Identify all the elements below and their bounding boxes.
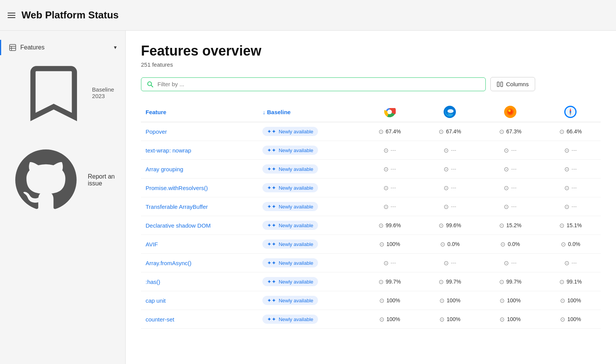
newly-label: Newly available — [279, 279, 313, 285]
table-row: cap unit ✦✦ Newly available ⊙ 100% ⊙ 100… — [141, 291, 601, 310]
baseline-status: ✦✦ Newly available — [258, 291, 359, 310]
features-table: Feature ↓Baseline — [141, 102, 601, 329]
safari-value: ⊙ 100% — [541, 291, 601, 310]
browser-value: 99.6% — [446, 222, 461, 228]
search-icon — [147, 81, 154, 88]
feature-name[interactable]: Transferable ArrayBuffer — [141, 197, 258, 216]
check-icon: ⊙ — [439, 278, 444, 285]
feature-link[interactable]: Promise.withResolvers() — [146, 185, 208, 191]
feature-name[interactable]: Declarative shadow DOM — [141, 216, 258, 235]
browser-value: 67.4% — [446, 128, 461, 134]
check-icon: ⊙ — [439, 222, 444, 229]
check-icon: ⊙ — [378, 128, 383, 135]
feature-link[interactable]: Array grouping — [146, 166, 183, 172]
table-row: Promise.withResolvers() ✦✦ Newly availab… — [141, 179, 601, 197]
newly-badge: ✦✦ Newly available — [262, 239, 318, 249]
browser-value: 66.4% — [567, 128, 582, 134]
github-icon — [8, 142, 84, 218]
check-icon: ⊙ — [559, 128, 564, 135]
sidebar-report-issue[interactable]: Report an issue — [0, 138, 125, 222]
sidebar-item-baseline[interactable]: Baseline 2023 — [0, 55, 125, 130]
newly-label: Newly available — [279, 241, 313, 247]
check-icon: ⊙ — [559, 278, 564, 285]
col-header-firefox — [480, 102, 540, 122]
feature-name[interactable]: text-wrap: nowrap — [141, 141, 258, 160]
feature-link[interactable]: cap unit — [146, 297, 166, 304]
feature-name[interactable]: cap unit — [141, 291, 258, 310]
check-icon: ⊙ — [378, 222, 383, 229]
page-title: Features overview — [141, 43, 601, 59]
safari-value: ⊙ --- — [541, 141, 601, 160]
feature-link[interactable]: Popover — [146, 128, 167, 135]
sparkle-icon: ✦✦ — [267, 147, 276, 153]
firefox-value: ⊙ --- — [480, 254, 540, 272]
check-icon: ⊙ — [560, 316, 565, 323]
browser-value: 100% — [567, 297, 581, 303]
baseline-status: ✦✦ Newly available — [258, 122, 359, 141]
browser-value: 100% — [387, 241, 400, 247]
feature-name[interactable]: Popover — [141, 122, 258, 141]
feature-name[interactable]: Array grouping — [141, 160, 258, 179]
svg-rect-6 — [497, 82, 499, 87]
svg-point-12 — [447, 109, 454, 113]
browser-value: --- — [451, 203, 456, 210]
newly-badge: ✦✦ Newly available — [262, 164, 318, 174]
browser-value: 99.6% — [386, 222, 401, 228]
browser-value: --- — [451, 185, 456, 191]
check-icon: ⊙ — [499, 128, 504, 135]
columns-icon — [497, 81, 503, 87]
newly-badge: ✦✦ Newly available — [262, 183, 318, 192]
col-header-baseline[interactable]: ↓Baseline — [258, 102, 359, 122]
browser-value: 0.0% — [508, 241, 520, 247]
safari-value: ⊙ --- — [541, 179, 601, 197]
menu-icon[interactable] — [8, 13, 15, 18]
edge-value: ⊙ --- — [420, 197, 480, 216]
check-icon: ⊙ — [504, 259, 509, 267]
feature-count: 251 features — [141, 61, 601, 68]
edge-value: ⊙ 99.6% — [420, 216, 480, 235]
feature-name[interactable]: AVIF — [141, 235, 258, 254]
feature-link[interactable]: counter-set — [146, 316, 174, 323]
col-header-feature[interactable]: Feature — [141, 102, 258, 122]
columns-button[interactable]: Columns — [490, 77, 535, 91]
feature-name[interactable]: counter-set — [141, 310, 258, 329]
browser-value: --- — [511, 203, 516, 210]
feature-link[interactable]: Transferable ArrayBuffer — [146, 203, 208, 210]
feature-name[interactable]: Array.fromAsync() — [141, 254, 258, 272]
check-icon: ⊙ — [500, 241, 505, 248]
browser-value: --- — [572, 203, 577, 210]
feature-link[interactable]: text-wrap: nowrap — [146, 147, 191, 154]
edge-value: ⊙ --- — [420, 254, 480, 272]
baseline-status: ✦✦ Newly available — [258, 310, 359, 329]
feature-link[interactable]: Declarative shadow DOM — [146, 222, 211, 229]
firefox-value: ⊙ --- — [480, 160, 540, 179]
edge-value: ⊙ 67.4% — [420, 122, 480, 141]
check-icon: ⊙ — [439, 316, 444, 323]
check-icon: ⊙ — [383, 147, 388, 154]
feature-link[interactable]: AVIF — [146, 241, 158, 248]
filter-input-wrap — [141, 77, 486, 91]
sidebar-item-features[interactable]: Features ▼ — [0, 40, 125, 55]
table-row: Array grouping ✦✦ Newly available ⊙ --- … — [141, 160, 601, 179]
feature-link[interactable]: :has() — [146, 279, 160, 285]
check-icon: ⊙ — [504, 203, 509, 210]
filter-input[interactable] — [157, 81, 480, 87]
sparkle-icon: ✦✦ — [267, 166, 276, 172]
check-icon: ⊙ — [444, 166, 449, 173]
edge-value: ⊙ --- — [420, 179, 480, 197]
check-icon: ⊙ — [564, 184, 569, 192]
feature-name[interactable]: :has() — [141, 272, 258, 291]
svg-rect-0 — [10, 44, 16, 51]
edge-value: ⊙ 99.7% — [420, 272, 480, 291]
check-icon: ⊙ — [500, 316, 505, 323]
check-icon: ⊙ — [564, 166, 569, 173]
chrome-value: ⊙ --- — [359, 254, 419, 272]
feature-link[interactable]: Array.fromAsync() — [146, 260, 192, 266]
baseline-status: ✦✦ Newly available — [258, 254, 359, 272]
browser-value: --- — [572, 147, 577, 153]
check-icon: ⊙ — [564, 259, 569, 267]
safari-value: ⊙ 100% — [541, 310, 601, 329]
browser-value: --- — [391, 203, 396, 210]
newly-label: Newly available — [279, 148, 313, 153]
feature-name[interactable]: Promise.withResolvers() — [141, 179, 258, 197]
